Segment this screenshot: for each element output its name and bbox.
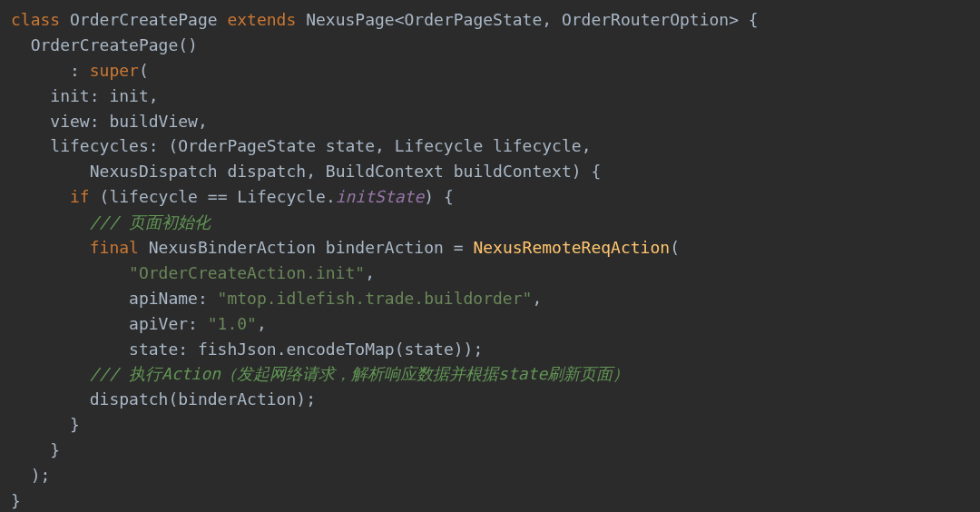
code-line-9: /// 页面初始化 bbox=[11, 210, 969, 235]
code-line-1: class OrderCreatePage extends NexusPage<… bbox=[11, 7, 969, 33]
code-line-8: if (lifecycle == Lifecycle.initState) { bbox=[11, 184, 969, 210]
punct: } bbox=[11, 491, 21, 510]
arg-buildcontext: buildContext bbox=[454, 162, 572, 181]
code-line-4: init: init, bbox=[11, 84, 969, 109]
keyword-final: final bbox=[90, 238, 139, 257]
punct: : bbox=[178, 340, 198, 359]
punct: : bbox=[198, 289, 218, 308]
punct: () bbox=[178, 35, 198, 54]
base-type: NexusPage bbox=[306, 10, 395, 29]
arg-state: state bbox=[326, 136, 375, 155]
punct: , bbox=[198, 112, 208, 131]
param-apiver: apiVer bbox=[129, 314, 188, 333]
code-line-13: apiVer: "1.0", bbox=[11, 311, 969, 337]
code-line-2: OrderCreatePage() bbox=[11, 33, 969, 58]
value-view: buildView bbox=[109, 112, 198, 131]
value-init: init bbox=[109, 86, 148, 105]
keyword-class: class bbox=[11, 10, 60, 29]
param-init: init bbox=[50, 86, 89, 105]
code-line-15: /// 执行Action（发起网络请求，解析响应数据并根据state刷新页面） bbox=[11, 361, 969, 387]
type-binderaction: NexusBinderAction bbox=[149, 238, 316, 257]
class-lifecycle: Lifecycle bbox=[237, 187, 326, 206]
punct: , bbox=[306, 162, 326, 181]
arg-state2: state bbox=[405, 340, 454, 359]
punct: , bbox=[375, 136, 395, 155]
method-encodetomap: encodeToMap bbox=[286, 340, 394, 359]
punct: ); bbox=[296, 389, 316, 409]
param-lifecycles: lifecycles bbox=[50, 136, 148, 155]
code-line-17: } bbox=[11, 412, 969, 438]
type-orderpagestate: OrderPageState bbox=[178, 136, 316, 155]
type-nexusdispatch: NexusDispatch bbox=[90, 162, 218, 181]
punct: . bbox=[326, 187, 336, 206]
code-line-16: dispatch(binderAction); bbox=[11, 387, 969, 412]
arg-dispatch: dispatch bbox=[227, 162, 306, 181]
punct: ( bbox=[168, 389, 178, 409]
comment-init: /// 页面初始化 bbox=[90, 212, 211, 231]
punct: , bbox=[365, 263, 375, 282]
arg-lifecycle: lifecycle bbox=[493, 136, 582, 155]
code-line-11: "OrderCreateAction.init", bbox=[11, 261, 969, 286]
punct: : bbox=[90, 86, 110, 105]
var-lifecycle: lifecycle bbox=[109, 187, 198, 206]
code-line-19: ); bbox=[11, 463, 969, 488]
type-lifecycle: Lifecycle bbox=[395, 136, 484, 155]
code-line-20: } bbox=[11, 488, 969, 512]
punct: } bbox=[70, 415, 80, 434]
class-name: OrderCreatePage bbox=[70, 10, 218, 29]
punct: , bbox=[257, 314, 267, 333]
obj-fishjson: fishJson bbox=[198, 340, 277, 359]
punct: , bbox=[149, 86, 159, 105]
code-line-14: state: fishJson.encodeToMap(state)); bbox=[11, 337, 969, 362]
generic-arg-2: OrderRouterOption bbox=[562, 10, 729, 29]
punct: : bbox=[188, 314, 208, 333]
string-actionname: "OrderCreateAction.init" bbox=[129, 263, 365, 282]
punct: ( bbox=[100, 187, 110, 206]
type-buildcontext: BuildContext bbox=[326, 162, 444, 181]
code-editor[interactable]: class OrderCreatePage extends NexusPage<… bbox=[11, 7, 969, 512]
punct: : bbox=[90, 112, 110, 131]
code-line-7: NexusDispatch dispatch, BuildContext bui… bbox=[11, 159, 969, 184]
code-line-12: apiName: "mtop.idlefish.trade.buildorder… bbox=[11, 286, 969, 311]
code-line-10: final NexusBinderAction binderAction = N… bbox=[11, 235, 969, 261]
arg-binderaction: binderAction bbox=[178, 389, 296, 409]
comment-dispatch: /// 执行Action（发起网络请求，解析响应数据并根据state刷新页面） bbox=[90, 364, 630, 383]
punct: > { bbox=[729, 10, 759, 29]
punct: ( bbox=[670, 238, 680, 257]
punct: )); bbox=[454, 340, 484, 359]
punct: ); bbox=[31, 466, 51, 485]
keyword-super: super bbox=[90, 61, 139, 80]
punct: ) { bbox=[572, 162, 602, 181]
punct: ) { bbox=[424, 187, 454, 206]
keyword-extends: extends bbox=[227, 10, 296, 29]
op-equals: == bbox=[208, 187, 228, 206]
keyword-if: if bbox=[70, 187, 90, 206]
punct: } bbox=[50, 440, 60, 459]
code-line-6: lifecycles: (OrderPageState state, Lifec… bbox=[11, 133, 969, 159]
param-apiname: apiName bbox=[129, 289, 198, 308]
code-line-18: } bbox=[11, 438, 969, 463]
param-state: state bbox=[129, 340, 178, 359]
punct: , bbox=[532, 289, 542, 308]
punct: = bbox=[454, 238, 474, 257]
punct: ( bbox=[395, 340, 405, 359]
punct: , bbox=[582, 136, 592, 155]
ctor-remoteaction: NexusRemoteReqAction bbox=[473, 238, 670, 257]
punct: : ( bbox=[149, 136, 179, 155]
param-view: view bbox=[50, 112, 89, 131]
string-apiname: "mtop.idlefish.trade.buildorder" bbox=[218, 289, 533, 308]
punct: : bbox=[70, 61, 90, 80]
code-line-3: : super( bbox=[11, 58, 969, 84]
punct: , bbox=[542, 10, 562, 29]
var-binderaction: binderAction bbox=[326, 238, 444, 257]
code-line-5: view: buildView, bbox=[11, 109, 969, 134]
generic-arg-1: OrderPageState bbox=[405, 10, 543, 29]
punct: . bbox=[277, 340, 287, 359]
punct: < bbox=[395, 10, 405, 29]
string-apiver: "1.0" bbox=[208, 314, 257, 333]
punct: ( bbox=[139, 61, 149, 80]
prop-initstate: initState bbox=[336, 187, 425, 206]
constructor-name: OrderCreatePage bbox=[31, 35, 179, 54]
func-dispatch: dispatch bbox=[90, 389, 169, 409]
